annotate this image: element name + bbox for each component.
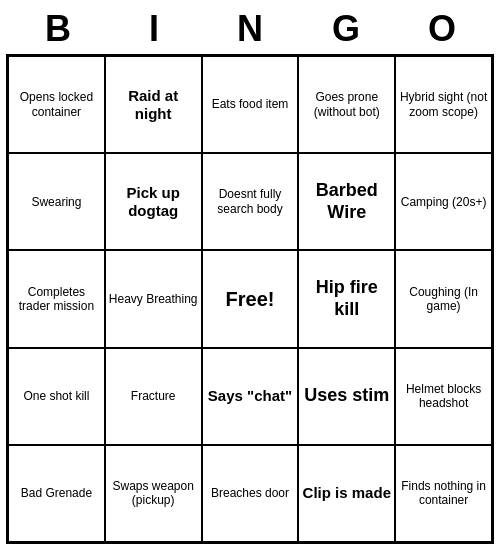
cell-r3-c0: One shot kill [8,348,105,445]
cell-r1-c0: Swearing [8,153,105,250]
cell-r4-c3: Clip is made [298,445,395,542]
header-b: B [14,8,102,50]
cell-r2-c0: Completes trader mission [8,250,105,347]
header-g: G [302,8,390,50]
cell-r1-c4: Camping (20s+) [395,153,492,250]
cell-r3-c3: Uses stim [298,348,395,445]
cell-r4-c4: Finds nothing in container [395,445,492,542]
header-o: O [398,8,486,50]
cell-r0-c1: Raid at night [105,56,202,153]
cell-r0-c4: Hybrid sight (not zoom scope) [395,56,492,153]
cell-r1-c2: Doesnt fully search body [202,153,299,250]
header-n: N [206,8,294,50]
cell-r2-c1: Heavy Breathing [105,250,202,347]
cell-r1-c3: Barbed Wire [298,153,395,250]
cell-r3-c4: Helmet blocks headshot [395,348,492,445]
cell-r4-c1: Swaps weapon (pickup) [105,445,202,542]
header-i: I [110,8,198,50]
cell-r1-c1: Pick up dogtag [105,153,202,250]
cell-r2-c4: Coughing (In game) [395,250,492,347]
cell-r4-c2: Breaches door [202,445,299,542]
cell-r0-c3: Goes prone (without bot) [298,56,395,153]
cell-r2-c3: Hip fire kill [298,250,395,347]
cell-r3-c2: Says "chat" [202,348,299,445]
cell-r3-c1: Fracture [105,348,202,445]
cell-r0-c0: Opens locked container [8,56,105,153]
cell-r0-c2: Eats food item [202,56,299,153]
cell-r2-c2: Free! [202,250,299,347]
cell-r4-c0: Bad Grenade [8,445,105,542]
bingo-grid: Opens locked containerRaid at nightEats … [6,54,494,544]
bingo-header: B I N G O [10,0,490,54]
